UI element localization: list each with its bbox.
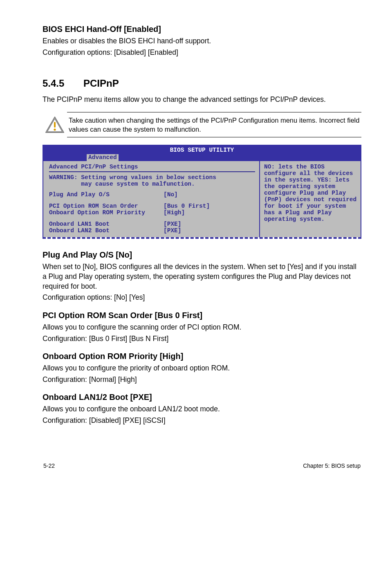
bios-body: Advanced PCI/PnP Settings WARNING: Setti… (43, 161, 361, 237)
section-number: 5.4.5 (43, 78, 83, 89)
heading-lan-boot: Onboard LAN1/2 Boot [PXE] (43, 393, 361, 402)
body-text: Allows you to configure the onboard LAN1… (43, 404, 361, 414)
bios-warning: WARNING: Setting wrong values in below s… (49, 171, 255, 187)
bios-row-lan2-boot[interactable]: Onboard LAN2 Boot [PXE] (49, 227, 255, 234)
body-text: Configuration options: [Disabled] [Enabl… (43, 48, 361, 58)
body-text: Allows you to configure the priority of … (43, 364, 361, 373)
body-text: The PCIPnP menu items allow you to chang… (43, 95, 361, 105)
bios-key: Onboard Option ROM Priority (49, 209, 164, 216)
warning-callout: Take caution when changing the settings … (43, 112, 361, 138)
heading-plug-and-play: Plug And Play O/S [No] (43, 250, 361, 260)
bios-subheading: Advanced PCI/PnP Settings (49, 164, 255, 170)
bios-help-pane: NO: lets the BIOS configure all the devi… (259, 161, 361, 237)
body-text: Configuration: [Disabled] [PXE] [iSCSI] (43, 416, 361, 426)
section-heading-pcipnp: 5.4.5PCIPnP (43, 78, 361, 89)
heading-ehci: BIOS EHCI Hand-Off [Enabled] (43, 25, 361, 34)
bios-row-option-rom-priority[interactable]: Onboard Option ROM Priority [High] (49, 209, 255, 216)
section-title: PCIPnP (83, 78, 119, 89)
bios-key: Onboard LAN1 Boot (49, 221, 164, 227)
bios-key: PCI Option ROM Scan Order (49, 203, 164, 209)
bios-value: [No] (164, 191, 178, 198)
bios-bottom-border (43, 237, 361, 239)
body-text: Configuration options: [No] [Yes] (43, 293, 361, 303)
bios-key: Onboard LAN2 Boot (49, 227, 164, 234)
bios-row-pci-scan-order[interactable]: PCI Option ROM Scan Order [Bus 0 First] (49, 203, 255, 209)
heading-pci-scan-order: PCI Option ROM Scan Order [Bus 0 First] (43, 311, 361, 320)
callout-text-container: Take caution when changing the settings … (67, 112, 361, 138)
heading-option-rom-priority: Onboard Option ROM Priority [High] (43, 352, 361, 361)
body-text: Allows you to configure the scanning ord… (43, 323, 361, 332)
body-text: Configuration: [Normal] [High] (43, 375, 361, 385)
chapter-label: Chapter 5: BIOS setup (303, 462, 361, 469)
callout-text: Take caution when changing the settings … (69, 116, 360, 134)
svg-rect-2 (54, 122, 56, 128)
bios-left-pane: Advanced PCI/PnP Settings WARNING: Setti… (43, 161, 259, 237)
bios-tab-advanced[interactable]: Advanced (87, 154, 119, 161)
bios-row-plug-and-play[interactable]: Plug And Play O/S [No] (49, 191, 255, 198)
bios-value: [Bus 0 First] (164, 203, 210, 209)
svg-point-3 (54, 129, 56, 131)
warning-icon (43, 116, 67, 133)
body-text: When set to [No], BIOS configures all th… (43, 262, 361, 291)
bios-titlebar: BIOS SETUP UTILITY Advanced (43, 145, 361, 161)
body-text: Configuration: [Bus 0 First] [Bus N Firs… (43, 334, 361, 344)
bios-value: [PXE] (164, 221, 182, 227)
bios-title: BIOS SETUP UTILITY (43, 147, 361, 153)
bios-value: [High] (164, 209, 185, 216)
body-text: Enables or disables the BIOS EHCI hand-o… (43, 36, 361, 46)
page-footer: 5-22 Chapter 5: BIOS setup (43, 462, 361, 469)
bios-panel: BIOS SETUP UTILITY Advanced Advanced PCI… (43, 145, 361, 239)
page-number: 5-22 (43, 462, 55, 469)
bios-value: [PXE] (164, 227, 182, 234)
bios-key: Plug And Play O/S (49, 191, 164, 198)
bios-row-lan1-boot[interactable]: Onboard LAN1 Boot [PXE] (49, 221, 255, 227)
